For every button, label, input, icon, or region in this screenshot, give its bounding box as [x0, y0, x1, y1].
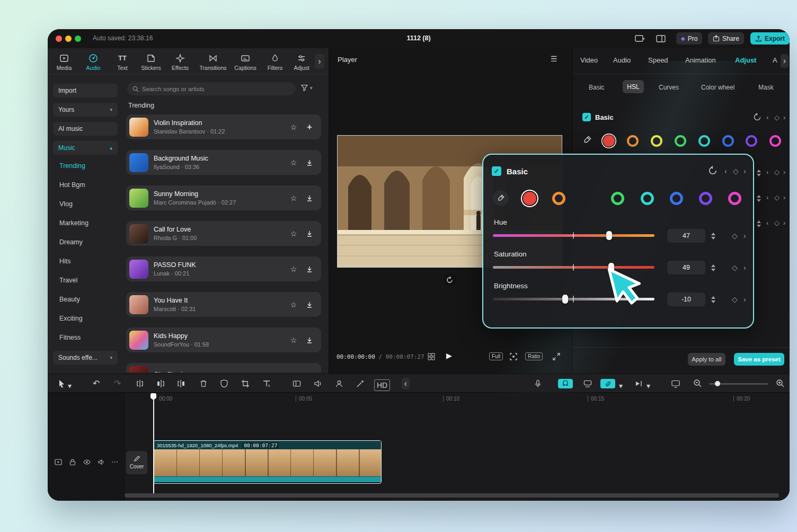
zoom-button[interactable]	[75, 36, 81, 42]
portrait-matting-icon[interactable]	[334, 379, 344, 388]
swatch-magenta[interactable]	[728, 192, 741, 205]
playhead-handle[interactable]	[150, 393, 156, 400]
keyframe-next-icon[interactable]: ›	[783, 113, 785, 121]
swatch-magenta[interactable]	[769, 135, 781, 147]
chevron-down-icon[interactable]: ▾	[647, 381, 650, 391]
tab-filters[interactable]: Filters	[261, 51, 289, 73]
tab-text[interactable]: TT Text	[108, 51, 137, 73]
magic-wand-icon[interactable]	[356, 379, 365, 388]
sidebar-item-sound-effects[interactable]: Sounds effe... ▾	[53, 351, 118, 365]
swatch-purple[interactable]	[746, 135, 757, 147]
song-row[interactable]: Background MusicIlyaSound · 03:36 ☆	[126, 150, 321, 175]
tab-speed[interactable]: Speed	[648, 56, 668, 64]
playhead-line[interactable]	[153, 393, 154, 494]
favorite-star-icon[interactable]: ☆	[288, 265, 299, 273]
swatch-purple[interactable]	[699, 192, 712, 205]
sidebar-item-travel[interactable]: Travel	[59, 275, 77, 286]
brightness-stepper[interactable]	[755, 218, 763, 229]
keyframe-next-icon[interactable]: ›	[743, 167, 746, 175]
sidebar-item-vlog[interactable]: Vlog	[59, 199, 73, 209]
timeline-zoom-handle[interactable]	[715, 381, 720, 386]
display-mode-icon[interactable]	[671, 379, 680, 388]
tab-media[interactable]: Media	[50, 51, 78, 73]
display-layout-icon[interactable]	[635, 34, 645, 43]
swatch-teal[interactable]	[641, 192, 654, 205]
delete-icon[interactable]	[199, 379, 208, 388]
reset-icon[interactable]	[708, 166, 718, 175]
freeze-frame-icon[interactable]	[292, 379, 302, 388]
swatch-orange[interactable]	[552, 192, 565, 205]
timeline[interactable]: ⋯ 00:00 00:05 00:10 00:15 00:20 Cover 30…	[48, 393, 790, 501]
keyframe-next-icon[interactable]: ›	[743, 232, 746, 240]
tab-overflow[interactable]: A	[773, 56, 777, 64]
panel-tabs-scroll-button[interactable]: ›	[781, 54, 789, 68]
keyframe-prev-icon[interactable]: ‹	[724, 167, 727, 175]
keyframe-diamond-icon[interactable]: ◇	[732, 232, 738, 240]
player-menu-icon[interactable]: ☰	[551, 55, 557, 63]
keyframe-next-icon[interactable]: ›	[783, 168, 785, 176]
hue-stepper[interactable]	[755, 167, 763, 179]
keyframe-diamond-icon[interactable]: ◇	[774, 168, 780, 176]
zoom-in-icon[interactable]	[776, 379, 785, 388]
extract-audio-icon[interactable]	[313, 379, 323, 388]
keyframe-next-icon[interactable]: ›	[783, 193, 785, 201]
basic-checkbox[interactable]: ✓	[492, 166, 501, 176]
text-to-speech-icon[interactable]	[262, 379, 271, 388]
subtab-hsl[interactable]: HSL	[623, 80, 644, 93]
full-view-button[interactable]: Full	[489, 352, 503, 360]
tab-adjust-settings[interactable]: Adjust	[735, 56, 756, 64]
tab-video[interactable]: Video	[580, 56, 598, 64]
tab-adjust[interactable]: Adjust	[287, 51, 316, 73]
download-icon[interactable]	[304, 301, 315, 308]
brightness-stepper[interactable]	[710, 294, 717, 305]
add-to-timeline-icon[interactable]: +	[304, 122, 315, 132]
swatch-green[interactable]	[675, 135, 686, 147]
song-row[interactable]: PASSO FUNKLunak · 00:21 ☆	[126, 256, 321, 281]
select-cursor-icon[interactable]	[57, 379, 66, 388]
basic-checkbox[interactable]: ✓	[582, 113, 591, 121]
focus-icon[interactable]	[509, 352, 518, 361]
auto-preview-icon[interactable]	[583, 379, 592, 388]
brightness-slider-handle[interactable]	[562, 295, 568, 304]
sidebar-item-beauty[interactable]: Beauty	[59, 294, 80, 305]
sidebar-item-trending[interactable]: Trending	[59, 161, 85, 171]
toolbar-collapse-button[interactable]: ‹	[402, 378, 410, 389]
mute-speaker-icon[interactable]	[97, 458, 105, 466]
fullscreen-icon[interactable]	[552, 352, 561, 361]
swatch-blue[interactable]	[670, 192, 683, 205]
delete-right-icon[interactable]	[176, 379, 186, 388]
favorite-star-icon[interactable]: ☆	[288, 229, 299, 238]
share-button[interactable]: Share	[708, 32, 744, 45]
keyframe-diamond-icon[interactable]: ◇	[774, 219, 780, 227]
track-main-icon[interactable]	[54, 458, 63, 466]
favorite-star-icon[interactable]: ☆	[288, 336, 299, 344]
close-button[interactable]	[56, 36, 62, 42]
hue-stepper[interactable]	[710, 230, 717, 242]
keyframe-diamond-icon[interactable]: ◇	[774, 193, 780, 201]
crop-icon[interactable]	[241, 379, 250, 388]
tab-audio[interactable]: Audio	[79, 51, 108, 73]
favorite-star-icon[interactable]: ☆	[288, 123, 299, 131]
video-clip[interactable]: 3015535-hd_1920_1080_24fps.mp4 00:00:07:…	[153, 440, 382, 484]
swatch-red-selected[interactable]	[523, 192, 536, 205]
play-button[interactable]: ▶	[446, 351, 452, 360]
tabs-scroll-right-button[interactable]: ›	[315, 54, 324, 69]
search-input[interactable]	[142, 86, 290, 92]
keyframe-prev-icon[interactable]: ‹	[766, 193, 768, 201]
brightness-value[interactable]: -10	[667, 292, 705, 306]
keyframe-diamond-icon[interactable]: ◇	[732, 263, 738, 272]
ratio-button[interactable]: Ratio	[525, 352, 543, 360]
saturation-stepper[interactable]	[755, 192, 763, 204]
redo-icon[interactable]: ↷	[114, 379, 121, 388]
subtab-color-wheel[interactable]: Color wheel	[701, 84, 734, 91]
tab-animation[interactable]: Animation	[685, 56, 716, 64]
more-options-icon[interactable]: ⋯	[111, 458, 118, 466]
keyframe-prev-icon[interactable]: ‹	[766, 113, 768, 121]
sidebar-item-hot-bgm[interactable]: Hot Bgm	[59, 180, 85, 190]
tab-effects[interactable]: Effects	[166, 51, 194, 73]
link-clips-toggle[interactable]	[600, 379, 615, 388]
tab-transitions[interactable]: Transitions	[197, 51, 229, 73]
voiceover-mic-icon[interactable]	[533, 379, 543, 388]
save-as-preset-button[interactable]: Save as preset	[734, 353, 784, 366]
song-row[interactable]: Kids HappySoundForYou · 01:58 ☆	[126, 327, 321, 352]
